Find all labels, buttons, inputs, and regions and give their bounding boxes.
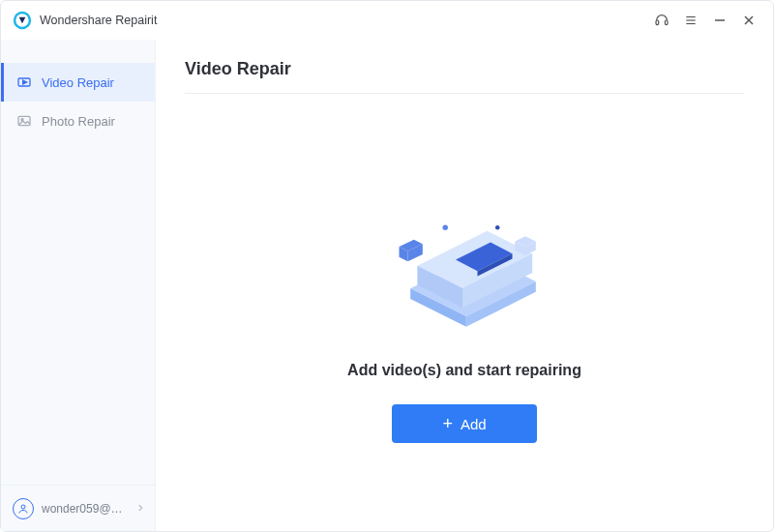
- svg-point-14: [21, 505, 25, 509]
- sidebar-item-video-repair[interactable]: Video Repair: [1, 63, 155, 102]
- titlebar: Wondershare Repairit: [1, 1, 773, 40]
- plus-icon: +: [442, 415, 453, 432]
- add-button-label: Add: [461, 416, 487, 432]
- svg-marker-11: [23, 80, 27, 84]
- main-panel: Video Repair: [156, 40, 773, 531]
- account-button[interactable]: wonder059@16...: [1, 485, 155, 531]
- photo-repair-icon: [16, 113, 32, 129]
- app-window: Wondershare Repairit: [0, 0, 774, 532]
- sidebar: Video Repair Photo Repair: [1, 40, 156, 531]
- app-title: Wondershare Repairit: [40, 14, 157, 27]
- empty-state-text: Add video(s) and start repairing: [347, 362, 581, 379]
- sidebar-item-label: Photo Repair: [42, 114, 115, 129]
- app-logo-icon: [13, 11, 32, 30]
- avatar-icon: [13, 498, 34, 519]
- svg-point-30: [495, 225, 500, 230]
- chevron-right-icon: [135, 502, 145, 516]
- video-illustration-icon: [377, 192, 551, 337]
- svg-rect-2: [656, 20, 659, 25]
- sidebar-item-photo-repair[interactable]: Photo Repair: [1, 102, 155, 140]
- sidebar-item-label: Video Repair: [42, 75, 114, 90]
- svg-point-29: [443, 225, 448, 230]
- add-button[interactable]: + Add: [392, 404, 537, 443]
- page-title: Video Repair: [185, 59, 744, 94]
- menu-icon[interactable]: [676, 6, 705, 35]
- support-icon[interactable]: [647, 6, 676, 35]
- video-repair-icon: [16, 74, 32, 90]
- minimize-button[interactable]: [705, 6, 734, 35]
- close-button[interactable]: [734, 6, 763, 35]
- svg-rect-3: [665, 20, 668, 25]
- account-label: wonder059@16...: [42, 502, 128, 516]
- empty-state: Add video(s) and start repairing + Add: [185, 94, 744, 502]
